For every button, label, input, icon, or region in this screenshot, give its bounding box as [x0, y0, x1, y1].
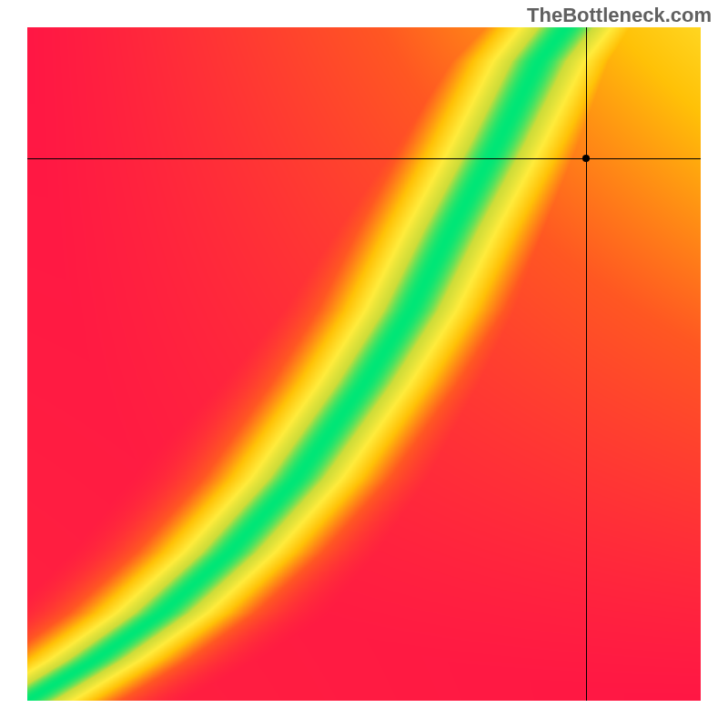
- heatmap-canvas: [27, 27, 701, 701]
- marker-dot: [582, 155, 590, 162]
- crosshair-horizontal: [27, 158, 701, 159]
- watermark-text: TheBottleneck.com: [527, 4, 712, 27]
- crosshair-vertical: [586, 27, 587, 701]
- heatmap-plot: [27, 27, 701, 701]
